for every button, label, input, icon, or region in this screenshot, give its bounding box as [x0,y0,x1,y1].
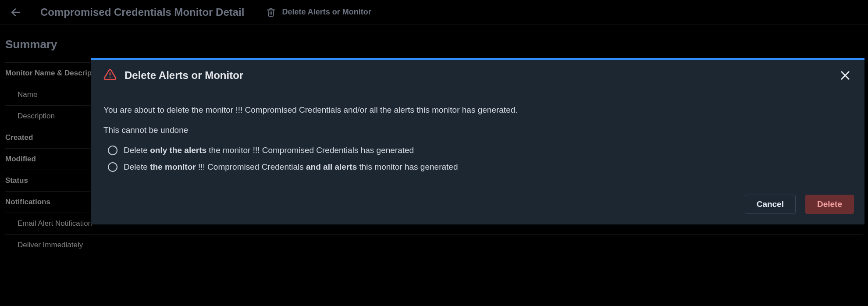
modal-header: Delete Alerts or Monitor [91,60,864,91]
radio-unchecked-icon [108,162,117,172]
modal-warning-line1: You are about to delete the monitor !!! … [103,105,852,115]
modal-title: Delete Alerts or Monitor [125,69,838,82]
close-button[interactable] [838,68,852,82]
modal-warning-line2: This cannot be undone [103,125,852,135]
delete-alerts-header-action[interactable]: Delete Alerts or Monitor [266,7,371,17]
close-icon [839,69,851,82]
page-header: Compromised Credentials Monitor Detail D… [0,0,868,25]
radio-unchecked-icon [108,146,117,155]
warning-icon [103,68,117,83]
back-button[interactable] [9,5,23,19]
modal-body: You are about to delete the monitor !!! … [91,91,864,184]
delete-modal: Delete Alerts or Monitor You are about t… [91,58,864,224]
option1-label: Delete only the alerts the monitor !!! C… [124,146,414,155]
option-delete-alerts-only[interactable]: Delete only the alerts the monitor !!! C… [108,146,852,155]
modal-footer: Cancel Delete [91,184,864,224]
delete-options: Delete only the alerts the monitor !!! C… [103,146,852,172]
arrow-left-icon [10,7,21,18]
summary-heading: Summary [5,38,863,51]
option2-label: Delete the monitor !!! Compromised Crede… [124,162,458,172]
delete-button[interactable]: Delete [805,195,854,214]
delete-alerts-header-label: Delete Alerts or Monitor [282,7,371,17]
option-delete-monitor-and-alerts[interactable]: Delete the monitor !!! Compromised Crede… [108,162,852,172]
row-deliver-immediately: Deliver Immediately [5,234,863,256]
trash-icon [266,7,276,17]
page-title: Compromised Credentials Monitor Detail [40,6,244,18]
cancel-button[interactable]: Cancel [745,195,796,214]
